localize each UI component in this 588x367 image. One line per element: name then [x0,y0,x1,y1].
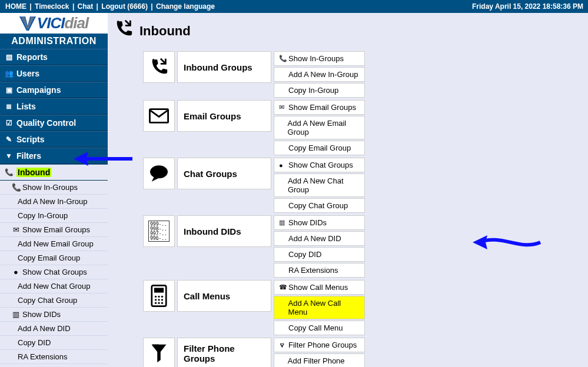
page-title: Inbound [139,24,191,39]
sub-show-dids[interactable]: ▥Show DIDs [0,308,108,322]
did-icon: ▥ [12,310,20,319]
callmenu-icon [143,280,175,312]
top-link-chat[interactable]: Chat [78,2,94,11]
did-icon: 999-.. 998-.. 997-.. 996-.. [143,215,175,247]
svg-point-13 [158,302,160,304]
svg-point-7 [158,296,160,298]
link-show-ingroups[interactable]: 📞Show In-Groups [274,51,365,66]
link-copy-callmenu[interactable]: Copy Call Menu [274,321,365,335]
svg-text:999: 999 [152,343,160,348]
link-copy-email[interactable]: Copy Email Group [274,141,365,155]
campaigns-icon: ▣ [5,86,13,94]
sidebar-item-users[interactable]: 👥 Users [0,65,108,82]
svg-point-3 [150,165,168,178]
scripts-icon: ✎ [5,135,13,144]
link-add-email[interactable]: Add A New Email Group [274,116,365,139]
sub-copy-did[interactable]: Copy DID [0,336,108,350]
sidebar-item-campaigns[interactable]: ▣ Campaigns [0,82,108,98]
mail-icon: ✉ [279,104,286,111]
link-show-fpg[interactable]: ⛛Filter Phone Groups [274,338,365,352]
sidebar-item-label: Scripts [16,135,44,144]
section-label: Inbound DIDs [177,215,271,247]
phone-icon: 📞 [5,168,13,176]
link-add-fpg[interactable]: Add Filter Phone Group [274,353,365,367]
link-copy-ingroup[interactable]: Copy In-Group [274,83,365,98]
report-icon: ▤ [5,53,13,61]
chat-icon [143,158,175,189]
section-fpg: 999 Filter Phone Groups ⛛Filter Phone Gr… [143,338,576,367]
mail-icon [143,100,175,132]
top-link-logout[interactable]: Logout (6666) [101,2,148,11]
svg-point-9 [155,299,157,301]
mail-icon: ✉ [12,225,20,234]
callmenu-icon: ☎ [279,283,286,291]
section-inbound-groups: Inbound Groups 📞Show In-Groups Add A New… [143,51,576,98]
sidebar-item-qc[interactable]: ☑ Quality Control [0,115,108,131]
sub-copy-chat[interactable]: Copy Chat Group [0,293,108,308]
top-link-home[interactable]: HOME [5,2,26,11]
link-add-chat[interactable]: Add A New Chat Group [274,174,365,197]
top-link-timeclock[interactable]: Timeclock [35,2,69,11]
logo: VICIdial [0,13,108,34]
chat-icon: ● [279,162,286,169]
top-link-language[interactable]: Change language [156,2,215,11]
svg-point-14 [161,302,163,304]
chat-icon: ● [12,268,20,276]
section-label: Call Menus [177,280,271,312]
sidebar-item-scripts[interactable]: ✎ Scripts [0,131,108,148]
sub-add-ingroup[interactable]: Add A New In-Group [0,195,108,209]
sidebar-item-label: Campaigns [16,85,61,95]
top-links: HOME | Timeclock | Chat | Logout (6666) … [5,2,215,11]
sub-copy-ingroup[interactable]: Copy In-Group [0,209,108,223]
section-dids: 999-.. 998-.. 997-.. 996-.. Inbound DIDs… [143,215,576,278]
section-email-groups: Email Groups ✉Show Email Groups Add A Ne… [143,100,576,155]
qc-icon: ☑ [5,119,13,127]
sidebar-item-label: Reports [16,52,48,62]
phone-icon: 📞 [12,183,20,192]
admin-title: ADMINISTRATION [0,34,108,49]
sub-show-callmenus[interactable]: ☎Show Call Menus [0,364,108,367]
sub-add-email[interactable]: Add New Email Group [0,237,108,251]
sub-add-did[interactable]: Add A New DID [0,322,108,336]
sidebar-item-lists[interactable]: ≣ Lists [0,98,108,115]
filter-phone-icon: 999 [143,338,175,367]
lists-icon: ≣ [5,102,13,111]
sidebar-submenu: 📞Show In-Groups Add A New In-Group Copy … [0,181,108,367]
link-ra-ext[interactable]: RA Extensions [274,263,365,278]
link-copy-did[interactable]: Copy DID [274,247,365,262]
link-show-chat[interactable]: ●Show Chat Groups [274,158,365,172]
users-icon: 👥 [5,69,13,78]
sidebar-item-inbound[interactable]: 📞 Inbound [0,164,108,181]
link-show-callmenus[interactable]: ☎Show Call Menus [274,280,365,295]
link-add-callmenu[interactable]: Add A New Call Menu [274,296,365,319]
link-add-ingroup[interactable]: Add A New In-Group [274,67,365,82]
phone-icon [143,51,175,83]
section-label: Email Groups [177,100,271,132]
panel-title-row: Inbound [114,19,576,43]
sidebar-item-label: Lists [16,102,36,111]
link-add-did[interactable]: Add A New DID [274,231,365,246]
sidebar-item-reports[interactable]: ▤ Reports [0,49,108,65]
sub-show-ingroups[interactable]: 📞Show In-Groups [0,181,108,195]
main-content: Inbound Inbound Groups 📞Show In-Groups A… [108,13,588,367]
top-datetime: Friday April 15, 2022 18:58:36 PM [472,2,583,11]
sidebar: VICIdial ADMINISTRATION ▤ Reports 👥 User… [0,13,108,367]
sub-copy-email[interactable]: Copy Email Group [0,251,108,265]
sidebar-item-label: Quality Control [16,118,76,128]
link-show-email[interactable]: ✉Show Email Groups [274,100,365,115]
filter-icon: ▼ [5,152,13,160]
link-copy-chat[interactable]: Copy Chat Group [274,198,365,213]
logo-v-icon [19,16,36,31]
link-show-dids[interactable]: ▥Show DIDs [274,215,365,230]
sidebar-item-filters[interactable]: ▼ Filters [0,148,108,164]
svg-point-11 [161,299,163,301]
sub-add-chat[interactable]: Add New Chat Group [0,279,108,293]
sub-ra-ext[interactable]: RA Extensions [0,350,108,364]
sub-show-chat[interactable]: ●Show Chat Groups [0,265,108,279]
svg-point-12 [155,302,157,304]
section-label: Chat Groups [177,158,271,189]
sub-show-email[interactable]: ✉Show Email Groups [0,223,108,237]
section-label: Filter Phone Groups [177,338,271,367]
section-call-menus: Call Menus ☎Show Call Menus Add A New Ca… [143,280,576,335]
sidebar-item-label: Inbound [16,168,51,177]
